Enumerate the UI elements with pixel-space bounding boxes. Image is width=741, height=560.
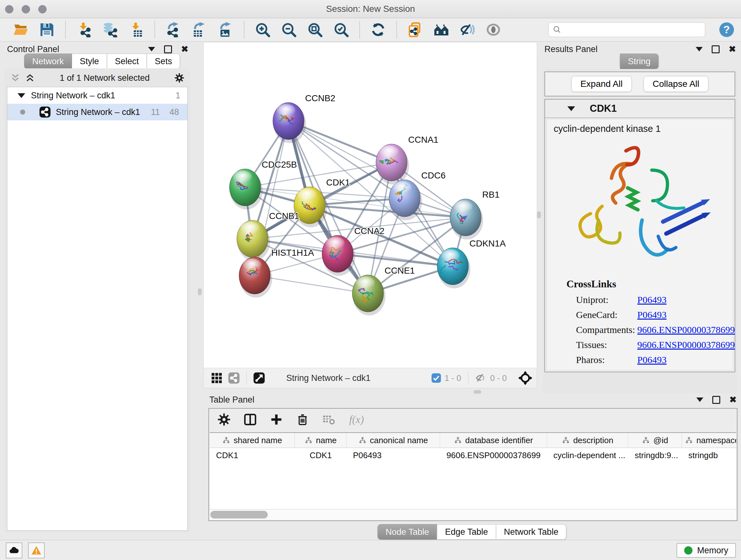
grid-view-button[interactable] — [211, 372, 223, 384]
pan-crosshair-icon[interactable] — [518, 371, 532, 385]
cloud-status-button[interactable] — [6, 543, 22, 558]
copy-style-button[interactable] — [407, 21, 423, 38]
expand-all-button[interactable]: Expand All — [571, 76, 632, 92]
column-header--id[interactable]: @id — [628, 433, 682, 448]
tab-network-table[interactable]: Network Table — [496, 524, 566, 540]
network-node-RB1[interactable]: RB1 — [450, 190, 499, 240]
left-splitter-handle[interactable] — [198, 288, 202, 295]
column-header-namespace[interactable]: namespace — [682, 433, 736, 448]
share-view-button[interactable] — [228, 372, 240, 384]
warnings-button[interactable] — [28, 543, 45, 558]
crosslink-value-link[interactable]: P06493 — [637, 294, 667, 305]
import-network-from-file-button[interactable] — [76, 21, 92, 38]
birdseye-view-button[interactable] — [253, 372, 265, 384]
crosslink-row: Pharos:P06493 — [576, 352, 727, 367]
network-view-title: String Network – cdk1 — [286, 373, 370, 383]
float-panel-icon[interactable] — [712, 396, 720, 404]
function-builder-button[interactable]: f(x) — [348, 413, 369, 428]
table-panel-title: Table Panel — [209, 395, 254, 405]
zoom-in-button[interactable] — [254, 21, 271, 38]
zoom-selected-button[interactable] — [333, 21, 349, 38]
zoom-fit-button[interactable] — [307, 21, 323, 38]
delete-column-button[interactable] — [296, 413, 309, 428]
horizontal-scrollbar[interactable] — [210, 509, 736, 520]
panel-menu-icon[interactable] — [148, 47, 155, 51]
trash-icon — [296, 413, 309, 426]
crosslink-value-link[interactable]: P06493 — [637, 309, 667, 320]
horizontal-splitter-handle[interactable] — [474, 390, 481, 394]
update-view-button[interactable] — [370, 21, 387, 38]
protein-section-header[interactable]: CDK1 — [545, 100, 735, 118]
import-table-from-file-button[interactable] — [128, 21, 145, 38]
network-node-CDKN1A[interactable]: CDKN1A — [437, 239, 506, 288]
home-view-button[interactable] — [433, 21, 450, 38]
network-tree: String Network – cdk1 1 String Network –… — [7, 87, 188, 531]
network-options-gear-icon[interactable] — [174, 73, 185, 83]
crosslink-value-link[interactable]: 9606.ENSP00000378699 — [637, 324, 735, 335]
collection-expand-icon[interactable] — [17, 93, 25, 98]
table-settings-button[interactable] — [217, 413, 231, 428]
network-row-selected[interactable]: String Network – cdk1 11 48 — [7, 104, 187, 120]
search-input[interactable] — [562, 24, 697, 35]
network-node-CCNE1[interactable]: CCNE1 — [352, 266, 415, 315]
protein-structure-image — [557, 139, 724, 275]
hidden-eye-slash-icon[interactable] — [475, 372, 487, 384]
toolbar-separator — [359, 21, 360, 38]
fx-icon: f(x) — [348, 413, 369, 426]
show-panel-button[interactable] — [485, 21, 502, 38]
hide-panels-button[interactable] — [459, 21, 476, 38]
import-network-from-database-button[interactable] — [102, 21, 118, 38]
column-header-name[interactable]: name — [295, 433, 347, 448]
export-network-icon — [165, 22, 181, 37]
tab-select[interactable]: Select — [107, 54, 147, 69]
close-panel-icon[interactable]: ✖ — [181, 45, 188, 54]
expand-all-networks-icon[interactable] — [25, 73, 35, 83]
create-column-button[interactable] — [270, 413, 283, 428]
zoom-out-button[interactable] — [280, 21, 297, 38]
main-toolbar: ? — [0, 18, 741, 42]
scrollbar-thumb[interactable] — [210, 511, 268, 518]
column-header-canonical-name[interactable]: canonical name — [347, 433, 440, 448]
tab-style[interactable]: Style — [72, 54, 107, 69]
protein-name: CDK1 — [590, 103, 616, 114]
column-header-shared-name[interactable]: shared name — [210, 433, 295, 448]
column-header-description[interactable]: description — [547, 433, 628, 448]
network-collection-row[interactable]: String Network – cdk1 1 — [7, 87, 187, 104]
open-session-button[interactable] — [12, 21, 29, 38]
selected-checkbox-icon[interactable] — [431, 373, 441, 383]
float-panel-icon[interactable] — [164, 45, 172, 53]
memory-status-dot — [684, 546, 692, 555]
node-label-CCNB2: CCNB2 — [305, 93, 335, 103]
close-panel-icon[interactable]: ✖ — [729, 395, 737, 404]
export-table-button[interactable] — [191, 21, 208, 38]
collapse-all-networks-icon[interactable] — [10, 73, 20, 83]
column-header-database-identifier[interactable]: database identifier — [440, 433, 547, 448]
tab-sets[interactable]: Sets — [147, 54, 180, 69]
float-panel-icon[interactable] — [712, 45, 720, 53]
help-button[interactable]: ? — [719, 22, 735, 38]
table-row[interactable]: CDK1CDK1P064939606.ENSP00000378699cyclin… — [210, 448, 736, 462]
results-panel: Results Panel ✖ String Expand All Collap… — [539, 42, 739, 393]
delete-table-button[interactable] — [322, 413, 335, 428]
attribute-type-icon — [685, 436, 693, 444]
crosslink-label: GeneCard: — [576, 309, 637, 320]
tab-string[interactable]: String — [620, 54, 659, 69]
collapse-all-button[interactable]: Collapse All — [643, 76, 709, 92]
network-canvas[interactable]: CCNB2CCNA1CDC25BCDK1CDC6RB1CCNB1CCNA2CDK… — [204, 43, 537, 368]
tab-edge-table[interactable]: Edge Table — [437, 524, 496, 540]
export-image-button[interactable] — [217, 21, 234, 38]
tab-network[interactable]: Network — [24, 54, 72, 69]
save-session-button[interactable] — [39, 21, 55, 38]
panel-menu-icon[interactable] — [696, 397, 703, 402]
memory-button[interactable]: Memory — [677, 543, 736, 558]
crosslink-value-link[interactable]: 9606.ENSP00000378699 — [637, 339, 735, 350]
control-panel: Control Panel ✖ Network Style Select Set… — [2, 42, 192, 534]
collapse-section-icon[interactable] — [567, 106, 575, 111]
export-network-button[interactable] — [165, 21, 182, 38]
crosslink-value-link[interactable]: P06493 — [637, 354, 667, 365]
close-panel-icon[interactable]: ✖ — [729, 45, 736, 54]
node-label-CCNE1: CCNE1 — [385, 266, 415, 275]
tab-node-table[interactable]: Node Table — [378, 524, 437, 540]
show-columns-button[interactable] — [244, 413, 257, 428]
panel-menu-icon[interactable] — [696, 47, 703, 51]
